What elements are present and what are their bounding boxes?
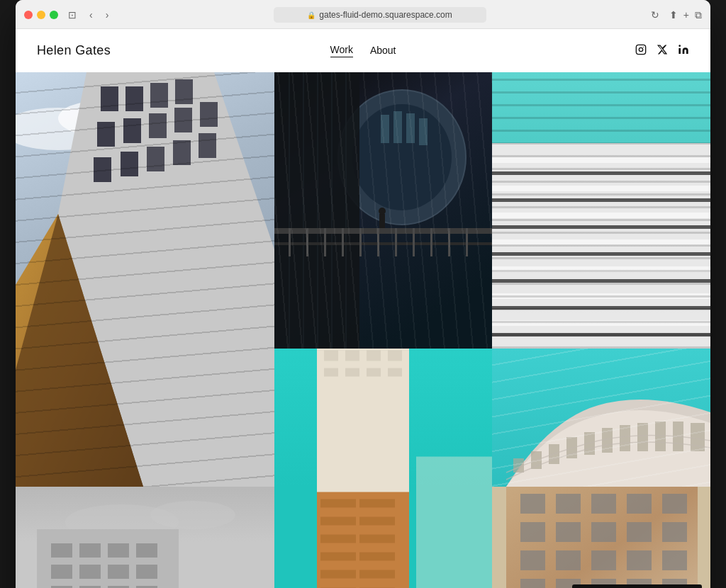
svg-rect-20 bbox=[121, 152, 138, 176]
photo-cell-4[interactable] bbox=[274, 349, 492, 588]
window-controls bbox=[24, 11, 58, 19]
svg-rect-47 bbox=[395, 228, 397, 256]
svg-rect-106 bbox=[531, 451, 542, 469]
svg-point-53 bbox=[379, 208, 386, 215]
svg-rect-142 bbox=[520, 522, 545, 542]
svg-rect-64 bbox=[492, 266, 710, 272]
svg-rect-45 bbox=[359, 228, 362, 256]
svg-rect-38 bbox=[345, 72, 347, 349]
close-button[interactable] bbox=[24, 11, 33, 19]
svg-rect-37 bbox=[331, 72, 333, 349]
svg-rect-144 bbox=[591, 522, 616, 542]
address-bar-wrap: 🔒 gates-fluid-demo.squarespace.com bbox=[118, 7, 640, 23]
maximize-button[interactable] bbox=[50, 11, 58, 19]
svg-point-2 bbox=[643, 47, 644, 47]
site-navigation: Helen Gates Work About bbox=[16, 29, 710, 72]
svg-rect-41 bbox=[289, 228, 291, 256]
photo-cell-1[interactable] bbox=[16, 72, 274, 487]
svg-rect-122 bbox=[79, 543, 101, 558]
svg-rect-12 bbox=[150, 83, 168, 108]
svg-rect-73 bbox=[345, 351, 359, 361]
nav-link-work[interactable]: Work bbox=[330, 44, 353, 57]
svg-rect-75 bbox=[388, 351, 402, 361]
photo-cell-6[interactable] bbox=[16, 487, 274, 588]
linkedin-icon[interactable] bbox=[678, 44, 689, 57]
forward-button[interactable]: › bbox=[103, 8, 112, 22]
svg-rect-88 bbox=[359, 553, 395, 561]
svg-rect-57 bbox=[492, 171, 710, 175]
svg-rect-29 bbox=[381, 115, 389, 143]
browser-chrome: ⊡ ‹ › 🔒 gates-fluid-demo.squarespace.com… bbox=[16, 0, 710, 29]
new-tab-button[interactable]: + bbox=[683, 9, 689, 21]
svg-rect-150 bbox=[627, 550, 652, 570]
svg-point-6 bbox=[16, 108, 115, 150]
svg-rect-110 bbox=[602, 428, 613, 453]
instagram-icon[interactable] bbox=[635, 44, 647, 57]
svg-rect-61 bbox=[492, 225, 710, 229]
photo-grid bbox=[16, 72, 710, 588]
share-button[interactable]: ⬆ bbox=[669, 9, 678, 21]
svg-rect-127 bbox=[108, 565, 129, 579]
svg-rect-151 bbox=[662, 550, 687, 570]
svg-rect-139 bbox=[591, 494, 616, 514]
svg-rect-11 bbox=[125, 86, 143, 111]
svg-marker-9 bbox=[58, 72, 274, 487]
svg-point-118 bbox=[150, 501, 235, 529]
svg-rect-56 bbox=[492, 157, 710, 163]
reload-button[interactable]: ↻ bbox=[648, 8, 662, 22]
nav-link-about[interactable]: About bbox=[370, 45, 396, 57]
svg-rect-78 bbox=[367, 368, 381, 377]
svg-rect-18 bbox=[200, 102, 218, 127]
twitter-icon[interactable] bbox=[657, 44, 668, 57]
svg-rect-32 bbox=[419, 118, 428, 145]
expand-button[interactable]: ⊡ bbox=[65, 8, 79, 22]
svg-rect-15 bbox=[123, 118, 141, 143]
svg-rect-76 bbox=[324, 368, 338, 377]
svg-rect-111 bbox=[620, 425, 630, 451]
back-button[interactable]: ‹ bbox=[86, 8, 96, 22]
photo-cell-3[interactable] bbox=[492, 72, 710, 349]
svg-rect-14 bbox=[97, 122, 115, 147]
photo-cell-5[interactable] bbox=[492, 349, 710, 487]
svg-rect-145 bbox=[627, 522, 652, 542]
svg-rect-51 bbox=[466, 228, 468, 256]
address-bar[interactable]: 🔒 gates-fluid-demo.squarespace.com bbox=[274, 7, 486, 23]
svg-rect-126 bbox=[79, 565, 101, 579]
squarespace-banner[interactable]: Create A Site Like This Free trial. Inst… bbox=[572, 584, 702, 588]
svg-rect-60 bbox=[492, 213, 710, 218]
svg-rect-105 bbox=[513, 458, 524, 473]
svg-rect-36 bbox=[317, 72, 318, 349]
svg-rect-86 bbox=[359, 535, 395, 543]
svg-rect-138 bbox=[556, 494, 581, 514]
svg-point-4 bbox=[678, 45, 681, 47]
site-logo[interactable]: Helen Gates bbox=[37, 43, 330, 58]
minimize-button[interactable] bbox=[37, 11, 45, 19]
svg-rect-31 bbox=[406, 113, 415, 143]
photo-cell-2[interactable] bbox=[274, 72, 492, 349]
svg-rect-147 bbox=[520, 550, 545, 570]
svg-rect-39 bbox=[274, 228, 492, 234]
svg-rect-10 bbox=[101, 86, 118, 111]
svg-rect-54 bbox=[492, 72, 710, 349]
svg-rect-55 bbox=[492, 143, 710, 349]
svg-rect-30 bbox=[393, 111, 402, 143]
svg-point-7 bbox=[58, 101, 143, 136]
browser-window: ⊡ ‹ › 🔒 gates-fluid-demo.squarespace.com… bbox=[16, 0, 710, 588]
svg-rect-46 bbox=[377, 228, 379, 256]
svg-rect-83 bbox=[320, 517, 356, 526]
svg-rect-123 bbox=[108, 543, 129, 558]
svg-rect-152 bbox=[520, 579, 545, 588]
svg-rect-17 bbox=[174, 108, 192, 132]
nav-links: Work About bbox=[330, 44, 396, 57]
svg-rect-16 bbox=[149, 113, 167, 138]
svg-rect-22 bbox=[173, 140, 191, 165]
photo-cell-7[interactable] bbox=[492, 487, 710, 588]
svg-rect-90 bbox=[359, 570, 395, 579]
svg-rect-66 bbox=[492, 293, 710, 299]
svg-rect-114 bbox=[673, 422, 683, 451]
svg-rect-108 bbox=[566, 437, 577, 458]
svg-rect-79 bbox=[388, 368, 402, 377]
svg-marker-24 bbox=[16, 214, 143, 487]
duplicate-button[interactable]: ⧉ bbox=[695, 9, 702, 21]
svg-rect-21 bbox=[147, 147, 164, 171]
